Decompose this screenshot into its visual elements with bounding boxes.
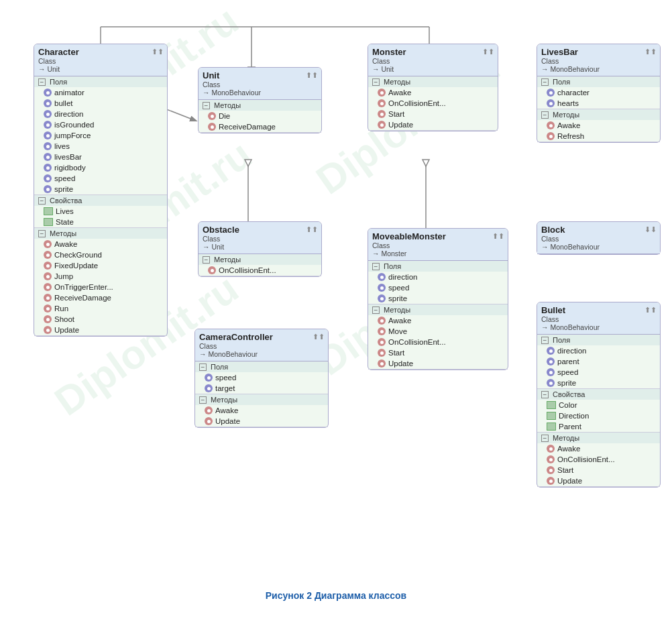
bullet-box: Bullet Class → MonoBehaviour ⬆⬆ −Поля di…	[537, 302, 661, 488]
cc-field-target: target	[195, 383, 328, 394]
char-method-receivedamage: ReceiveDamage	[34, 292, 167, 303]
monster-header: Monster Class → Unit ⬆⬆	[368, 44, 498, 76]
obstacle-parent: → Unit	[203, 243, 317, 251]
moveablemonster-header: MoveableMonster Class → Monster ⬆⬆	[368, 229, 508, 261]
mm-field-sprite: sprite	[368, 293, 508, 304]
livesbar-method-refresh: Refresh	[537, 131, 660, 142]
bullet-props-header: −Свойства	[537, 389, 660, 400]
monster-type: Class	[372, 57, 494, 65]
livesbar-parent: → MonoBehaviour	[541, 65, 656, 73]
char-method-shoot: Shoot	[34, 314, 167, 325]
bullet-prop-parent: Parent	[537, 421, 660, 432]
character-methods-header: −Методы	[34, 228, 167, 239]
obstacle-header: Obstacle Class → Unit ⬆⬆	[199, 222, 321, 254]
monster-parent: → Unit	[372, 65, 494, 73]
livesbar-method-awake: Awake	[537, 120, 660, 131]
unit-methods-section: −Методы Die ReceiveDamage	[199, 100, 321, 133]
char-field-animator: animator	[34, 87, 167, 98]
bullet-field-sprite: sprite	[537, 378, 660, 388]
moveablemonster-fields-header: −Поля	[368, 261, 508, 272]
bullet-field-direction: direction	[537, 345, 660, 356]
minus-icon-methods: −	[38, 230, 46, 237]
char-field-lives: lives	[34, 141, 167, 152]
livesbar-box: LivesBar Class → MonoBehaviour ⬆⬆ −Поля …	[537, 44, 661, 143]
unit-method-receivedamage: ReceiveDamage	[199, 121, 321, 132]
cameracontroller-header: CameraController Class → MonoBehaviour ⬆…	[195, 329, 328, 361]
obstacle-methods-header: −Методы	[199, 254, 321, 265]
livesbar-field-character: character	[537, 87, 660, 98]
char-method-ontriggerenter: OnTriggerEnter...	[34, 282, 167, 292]
char-method-run: Run	[34, 303, 167, 314]
char-method-fixedupdate: FixedUpdate	[34, 260, 167, 271]
bullet-fields-header: −Поля	[537, 335, 660, 345]
char-field-rigidbody: rigidbody	[34, 162, 167, 173]
livesbar-type: Class	[541, 57, 656, 65]
character-methods-section: −Методы Awake CheckGround FixedUpdate Ju…	[34, 228, 167, 336]
bullet-header: Bullet Class → MonoBehaviour ⬆⬆	[537, 302, 660, 335]
obstacle-box: Obstacle Class → Unit ⬆⬆ −Методы OnColli…	[198, 221, 322, 277]
mm-method-awake: Awake	[368, 315, 508, 326]
moveablemonster-methods-section: −Методы Awake Move OnCollisionEnt... Sta…	[368, 304, 508, 370]
block-corner-icon: ⬇⬇	[645, 225, 657, 234]
moveablemonster-methods-header: −Методы	[368, 304, 508, 315]
monster-methods-header: −Методы	[368, 76, 498, 87]
character-corner-icon: ⬆⬆	[152, 48, 164, 56]
livesbar-methods-header: −Методы	[537, 109, 660, 120]
unit-header: Unit Class → MonoBehaviour ⬆⬆	[199, 68, 321, 100]
unit-name: Unit	[203, 70, 317, 80]
livesbar-corner-icon: ⬆⬆	[645, 48, 657, 56]
bullet-method-start: Start	[537, 465, 660, 475]
livesbar-minus-fields: −	[541, 78, 549, 86]
caption: Рисунок 2 Диаграмма классов	[0, 583, 672, 614]
mm-minus-methods: −	[372, 306, 380, 314]
mm-method-start: Start	[368, 347, 508, 358]
diagram-area: Diplomit.ru Diplomit.ru Diplomit.ru Dipl…	[0, 0, 672, 583]
monster-method-oncollision: OnCollisionEnt...	[368, 98, 498, 109]
unit-method-die: Die	[199, 111, 321, 121]
moveablemonster-type: Class	[372, 241, 504, 249]
character-box: Character Class → Unit ⬆⬆ −Поля animator…	[34, 44, 168, 337]
bullet-method-oncollision: OnCollisionEnt...	[537, 454, 660, 465]
livesbar-field-hearts: hearts	[537, 98, 660, 109]
cameracontroller-box: CameraController Class → MonoBehaviour ⬆…	[194, 329, 329, 428]
bullet-parent: → MonoBehaviour	[541, 323, 656, 331]
mm-field-direction: direction	[368, 272, 508, 282]
moveablemonster-box: MoveableMonster Class → Monster ⬆⬆ −Поля…	[368, 228, 508, 370]
char-field-bullet: bullet	[34, 98, 167, 109]
obstacle-type: Class	[203, 235, 317, 243]
monster-corner-icon: ⬆⬆	[482, 48, 494, 56]
obstacle-methods-section: −Методы OnCollisionEnt...	[199, 254, 321, 276]
cameracontroller-name: CameraController	[199, 332, 324, 342]
cc-minus-fields: −	[199, 363, 207, 371]
bullet-prop-color: Color	[537, 400, 660, 410]
char-field-sprite: sprite	[34, 184, 167, 194]
bullet-methods-header: −Методы	[537, 433, 660, 443]
minus-icon: −	[38, 78, 46, 86]
moveablemonster-name: MoveableMonster	[372, 231, 504, 241]
unit-corner-icon: ⬆⬆	[306, 71, 318, 80]
char-method-checkground: CheckGround	[34, 249, 167, 260]
livesbar-minus-methods: −	[541, 111, 549, 119]
monster-method-awake: Awake	[368, 87, 498, 98]
unit-type: Class	[203, 80, 317, 89]
character-props-section: −Свойства Lives State	[34, 195, 167, 228]
svg-marker-8	[245, 160, 251, 166]
bullet-corner-icon: ⬆⬆	[645, 306, 657, 315]
livesbar-name: LivesBar	[541, 47, 656, 57]
monster-name: Monster	[372, 47, 494, 57]
monster-box: Monster Class → Unit ⬆⬆ −Методы Awake On…	[368, 44, 498, 131]
char-field-direction: direction	[34, 109, 167, 119]
cameracontroller-fields-section: −Поля speed target	[195, 361, 328, 394]
cameracontroller-methods-header: −Методы	[195, 394, 328, 405]
obstacle-method-oncollision: OnCollisionEnt...	[199, 265, 321, 276]
obstacle-minus-icon: −	[203, 256, 210, 264]
minus-icon-props: −	[38, 197, 46, 205]
char-field-speed: speed	[34, 173, 167, 184]
bullet-field-parent: parent	[537, 356, 660, 367]
monster-method-start: Start	[368, 109, 498, 119]
cameracontroller-methods-section: −Методы Awake Update	[195, 394, 328, 427]
character-fields-header: −Поля	[34, 76, 167, 87]
cameracontroller-corner-icon: ⬆⬆	[313, 333, 325, 341]
bullet-prop-direction: Direction	[537, 410, 660, 421]
char-method-update: Update	[34, 325, 167, 335]
